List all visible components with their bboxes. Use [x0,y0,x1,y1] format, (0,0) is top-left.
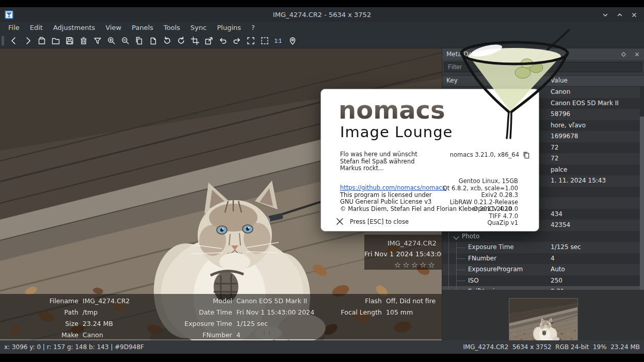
nomacs-logo: nomacs [339,96,445,123]
zoom-in-button[interactable] [105,34,118,47]
exif-summary-row: MakeCanon [0,330,130,340]
chevron-down-icon [602,11,609,19]
maximize-button[interactable] [614,9,625,21]
frameless-button[interactable] [258,34,271,47]
copy-button[interactable] [133,34,146,47]
window-title: IMG_4274.CR2 - 5634 x 3752 [0,7,644,22]
metadata-row[interactable]: Exposure Time 1/125 sec [442,242,644,253]
previous-file-button[interactable] [7,34,21,47]
about-greeting-line: Markus rockt... [340,165,417,172]
exif-label: Focal Length [334,307,382,318]
exif-value: Canon [83,330,103,340]
exif-summary-row: Size23.24 MB [0,318,130,330]
column-header-key[interactable]: Key [446,77,458,84]
zoom-1-1-button[interactable]: 1:1 [272,34,285,47]
diamond-icon [621,52,626,57]
chevron-left-icon [9,36,19,45]
metadata-row[interactable]: FNumber 4 [442,253,644,265]
redo-icon [232,36,242,45]
fullscreen-icon [246,36,255,45]
menu-item[interactable]: Adjustments [48,22,100,33]
panel-lower-area [442,290,644,340]
menu-item[interactable]: File [3,22,25,33]
exif-value: 4 [236,330,240,340]
exif-summary-overlay: FilenameIMG_4274.CR2Path/tmpSize23.24 MB… [0,294,442,339]
metadata-row[interactable]: ISO 250 [442,275,644,287]
metadata-scrollbar[interactable] [640,87,644,290]
open-file-icon [37,36,46,45]
menu-item[interactable]: Tools [158,22,185,33]
menu-item[interactable]: View [100,22,126,33]
exif-value: Off, Did not fire [386,295,436,307]
column-header-value[interactable]: Value [551,77,568,84]
filter-button[interactable] [91,34,104,47]
close-icon [631,11,638,19]
pixel-info-status: x: 3096 y: 0 | r: 157 g: 148 b: 143 | #9… [4,340,144,354]
copy-version-button[interactable] [522,151,530,159]
menu-item[interactable]: Sync [185,22,212,33]
system-line: OpenCV 4.10.0 [443,206,518,213]
metadata-value: hore, vľavo [551,122,586,129]
exif-summary-row: FlashOff, Did not fire [334,295,436,307]
scrollbar-thumb[interactable] [640,117,644,290]
menu-item[interactable]: Edit [25,22,48,33]
panel-float-button[interactable] [620,51,627,58]
save-icon [65,36,74,45]
show-location-button[interactable] [286,34,299,47]
chevron-right-icon [23,36,33,45]
next-file-button[interactable] [21,34,35,47]
panel-close-button[interactable] [633,51,640,58]
metadata-row[interactable]: Photo [442,231,644,242]
expand-chevron-icon[interactable] [453,234,459,239]
system-line: Qt 6.8.2, xcb, scale=1.00 [443,185,518,192]
menu-item[interactable]: Plugins [212,22,246,33]
toolbar-drag-handle[interactable] [2,36,4,45]
close-icon [634,52,640,57]
github-link[interactable]: https://github.com/nomacs/nomacs [340,184,445,191]
status-bar: x: 3096 y: 0 | r: 157 g: 148 b: 143 | #9… [0,340,644,354]
metadata-value: 1699678 [551,133,578,140]
dialog-close-button[interactable] [335,217,344,226]
export-button[interactable] [202,34,216,47]
menu-item[interactable]: ? [246,22,260,33]
crop-button[interactable] [188,34,202,47]
star-rating[interactable]: ☆☆☆☆☆ [364,259,437,271]
metadata-filter-input[interactable] [444,62,642,72]
metadata-row[interactable]: ExposureProgram Auto [442,264,644,275]
image-thumbnail[interactable] [509,298,578,341]
zoom-out-button[interactable] [119,34,132,47]
metadata-value: Auto [551,266,565,273]
rotate-cw-icon [176,36,186,45]
fullscreen-button[interactable] [244,34,257,47]
exif-value: /tmp [83,307,98,318]
metadata-panel-title: Meta Data Info [442,48,644,60]
exif-value: 1/125 sec [236,318,268,330]
open-directory-button[interactable] [49,34,62,47]
minimize-button[interactable] [600,9,611,21]
about-system-block: Gentoo Linux, 15GBQt 6.8.2, xcb, scale=1… [443,178,518,227]
metadata-row[interactable]: ExifVersion 2.31 [442,286,644,290]
metadata-value: 4 [551,255,555,262]
close-button[interactable] [629,9,640,21]
menu-item[interactable]: Panels [126,22,158,33]
rotate-ccw-button[interactable] [160,34,174,47]
photo-thumbnail [509,299,577,341]
rotate-ccw-icon [163,36,172,45]
version-text: nomacs 3.21.0, x86_64 [450,151,519,158]
exif-label: FNumber [155,330,232,340]
redo-button[interactable] [230,34,244,47]
exif-value: Canon EOS 5D Mark II [236,295,307,307]
save-button[interactable] [63,34,76,47]
rotate-cw-button[interactable] [174,34,188,47]
metadata-value: 42354 [551,221,570,228]
delete-button[interactable] [77,34,90,47]
menu-bar: FileEditAdjustmentsViewPanelsToolsSyncPl… [0,22,644,33]
folder-icon [51,36,60,45]
open-file-button[interactable] [35,34,49,47]
metadata-key: ExposureProgram [468,266,523,273]
crop-icon [190,36,200,45]
undo-button[interactable] [216,34,230,47]
paste-button[interactable] [147,34,160,47]
exif-label: Filename [0,295,78,307]
toolbar: 1:1 [0,33,644,48]
